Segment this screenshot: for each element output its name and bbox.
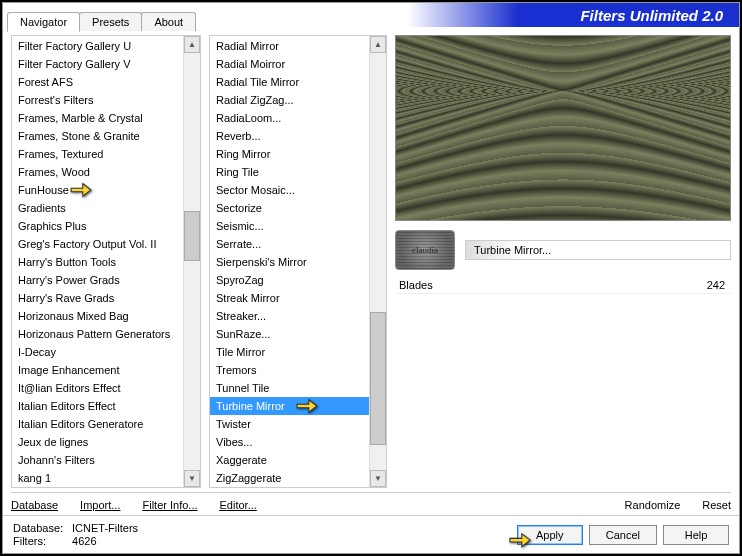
- dialog-buttons: Apply Cancel Help: [517, 525, 729, 545]
- category-item[interactable]: Forrest's Filters: [12, 91, 183, 109]
- filter-item[interactable]: Ring Mirror: [210, 145, 369, 163]
- main-panel: Filter Factory Gallery UFilter Factory G…: [3, 27, 739, 492]
- filter-item[interactable]: Reverb...: [210, 127, 369, 145]
- filter-item[interactable]: Radial Moirror: [210, 55, 369, 73]
- filter-item[interactable]: Streak Mirror: [210, 289, 369, 307]
- category-item[interactable]: Horizonaus Mixed Bag: [12, 307, 183, 325]
- author-badge-text: claudia: [412, 245, 438, 255]
- filter-item[interactable]: SpyroZag: [210, 271, 369, 289]
- scroll-up-icon[interactable]: ▲: [370, 36, 386, 53]
- param-value: 242: [707, 279, 725, 291]
- db-value: ICNET-Filters: [72, 522, 138, 534]
- category-item[interactable]: Gradients: [12, 199, 183, 217]
- filters-count-label: Filters:: [13, 535, 69, 547]
- filter-item[interactable]: Streaker...: [210, 307, 369, 325]
- filter-item[interactable]: Turbine Mirror: [210, 397, 369, 415]
- scroll-down-icon[interactable]: ▼: [370, 470, 386, 487]
- category-item[interactable]: Italian Editors Generatore: [12, 415, 183, 433]
- scroll-down-icon[interactable]: ▼: [184, 470, 200, 487]
- parameter-row[interactable]: Blades242: [395, 277, 731, 294]
- category-scrollbar[interactable]: ▲ ▼: [183, 36, 200, 487]
- category-item[interactable]: FunHouse: [12, 181, 183, 199]
- filter-item[interactable]: ZigZaggerate: [210, 469, 369, 487]
- category-item[interactable]: Frames, Stone & Granite: [12, 127, 183, 145]
- category-item[interactable]: Italian Editors Effect: [12, 397, 183, 415]
- filter-item[interactable]: Serrate...: [210, 235, 369, 253]
- filter-item[interactable]: Vibes...: [210, 433, 369, 451]
- filters-unlimited-window: Navigator Presets About Filters Unlimite…: [2, 2, 740, 554]
- category-item[interactable]: Filter Factory Gallery U: [12, 37, 183, 55]
- filter-item[interactable]: Sectorize: [210, 199, 369, 217]
- category-item[interactable]: kang 1: [12, 469, 183, 487]
- tab-presets[interactable]: Presets: [79, 12, 142, 31]
- filter-item[interactable]: Xaggerate: [210, 451, 369, 469]
- filter-info-link[interactable]: Filter Info...: [142, 499, 197, 511]
- pointer-icon: [70, 181, 92, 199]
- category-item[interactable]: Jeux de lignes: [12, 433, 183, 451]
- scroll-up-icon[interactable]: ▲: [184, 36, 200, 53]
- filters-count-value: 4626: [72, 535, 96, 547]
- filter-item[interactable]: Twister: [210, 415, 369, 433]
- filter-item[interactable]: Tile Mirror: [210, 343, 369, 361]
- category-item[interactable]: Johann's Filters: [12, 451, 183, 469]
- filter-title-row: claudia Turbine Mirror...: [395, 229, 731, 271]
- scroll-thumb[interactable]: [370, 312, 386, 445]
- category-item[interactable]: Image Enhancement: [12, 361, 183, 379]
- filter-item[interactable]: Tunnel Tile: [210, 379, 369, 397]
- filter-column: Radial MirrorRadial MoirrorRadial Tile M…: [209, 35, 387, 488]
- filter-scrollbar[interactable]: ▲ ▼: [369, 36, 386, 487]
- category-column: Filter Factory Gallery UFilter Factory G…: [11, 35, 201, 488]
- category-item[interactable]: Frames, Marble & Crystal: [12, 109, 183, 127]
- filter-item[interactable]: Ring Tile: [210, 163, 369, 181]
- category-item[interactable]: Harry's Button Tools: [12, 253, 183, 271]
- link-row: Database Import... Filter Info... Editor…: [3, 493, 739, 515]
- category-item[interactable]: It@lian Editors Effect: [12, 379, 183, 397]
- filter-item[interactable]: Radial ZigZag...: [210, 91, 369, 109]
- title-bar: Navigator Presets About Filters Unlimite…: [3, 3, 739, 27]
- category-item[interactable]: Horizonaus Pattern Generators: [12, 325, 183, 343]
- parameter-list: Blades242: [395, 277, 731, 488]
- preview-image: [396, 36, 730, 220]
- category-item[interactable]: Harry's Rave Grads: [12, 289, 183, 307]
- category-list[interactable]: Filter Factory Gallery UFilter Factory G…: [12, 36, 183, 487]
- category-list-wrap: Filter Factory Gallery UFilter Factory G…: [11, 35, 201, 488]
- filter-item[interactable]: Radial Tile Mirror: [210, 73, 369, 91]
- preview-column: claudia Turbine Mirror... Blades242: [395, 35, 731, 488]
- filter-item[interactable]: Sierpenski's Mirror: [210, 253, 369, 271]
- tab-about[interactable]: About: [141, 12, 196, 31]
- category-item[interactable]: Harry's Power Grads: [12, 271, 183, 289]
- category-item[interactable]: Filter Factory Gallery V: [12, 55, 183, 73]
- filter-item[interactable]: Sector Mosaic...: [210, 181, 369, 199]
- filter-list-wrap: Radial MirrorRadial MoirrorRadial Tile M…: [209, 35, 387, 488]
- category-item[interactable]: Forest AFS: [12, 73, 183, 91]
- category-item[interactable]: Frames, Textured: [12, 145, 183, 163]
- help-button[interactable]: Help: [663, 525, 729, 545]
- category-item[interactable]: Frames, Wood: [12, 163, 183, 181]
- category-item[interactable]: Graphics Plus: [12, 217, 183, 235]
- param-name: Blades: [399, 279, 433, 291]
- filter-preview: [395, 35, 731, 221]
- scroll-thumb[interactable]: [184, 211, 200, 261]
- author-badge: claudia: [395, 230, 455, 270]
- filter-list[interactable]: Radial MirrorRadial MoirrorRadial Tile M…: [210, 36, 369, 487]
- reset-link[interactable]: Reset: [702, 499, 731, 511]
- category-item[interactable]: I-Decay: [12, 343, 183, 361]
- status-bar: Database: ICNET-Filters Filters: 4626 Ap…: [3, 515, 739, 553]
- db-label: Database:: [13, 522, 69, 534]
- apply-button[interactable]: Apply: [517, 525, 583, 545]
- cancel-button[interactable]: Cancel: [589, 525, 657, 545]
- import-link[interactable]: Import...: [80, 499, 120, 511]
- tab-navigator[interactable]: Navigator: [7, 12, 80, 32]
- filter-item[interactable]: RadiaLoom...: [210, 109, 369, 127]
- filter-item[interactable]: SunRaze...: [210, 325, 369, 343]
- randomize-link[interactable]: Randomize: [625, 499, 681, 511]
- current-filter-name: Turbine Mirror...: [465, 240, 731, 260]
- pointer-icon: [296, 397, 318, 415]
- database-link[interactable]: Database: [11, 499, 58, 511]
- filter-item[interactable]: Seismic...: [210, 217, 369, 235]
- editor-link[interactable]: Editor...: [220, 499, 257, 511]
- filter-item[interactable]: Radial Mirror: [210, 37, 369, 55]
- category-item[interactable]: Greg's Factory Output Vol. II: [12, 235, 183, 253]
- app-title: Filters Unlimited 2.0: [580, 7, 733, 24]
- filter-item[interactable]: Tremors: [210, 361, 369, 379]
